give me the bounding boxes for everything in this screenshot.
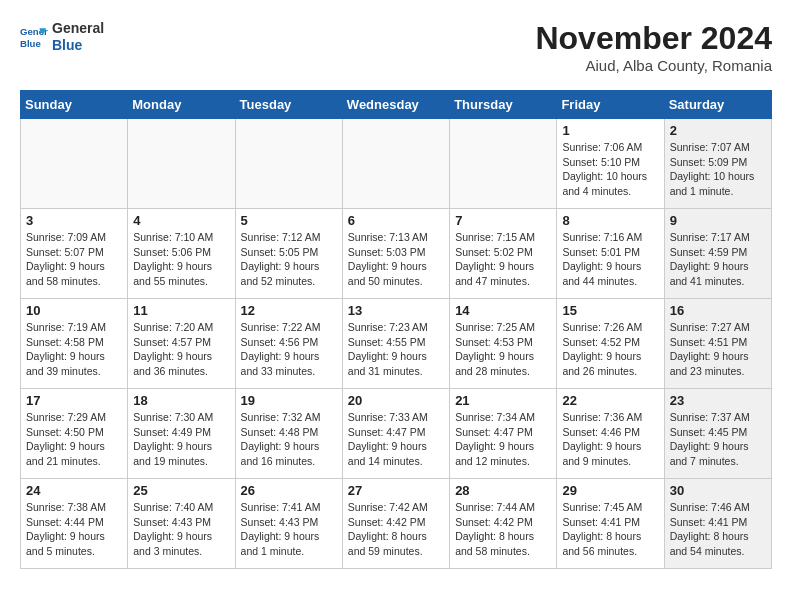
calendar-cell: 12Sunrise: 7:22 AM Sunset: 4:56 PM Dayli…	[235, 299, 342, 389]
calendar-week-row: 3Sunrise: 7:09 AM Sunset: 5:07 PM Daylig…	[21, 209, 772, 299]
cell-info: Sunrise: 7:44 AM Sunset: 4:42 PM Dayligh…	[455, 500, 551, 559]
weekday-header: Monday	[128, 91, 235, 119]
cell-info: Sunrise: 7:40 AM Sunset: 4:43 PM Dayligh…	[133, 500, 229, 559]
day-number: 9	[670, 213, 766, 228]
cell-info: Sunrise: 7:22 AM Sunset: 4:56 PM Dayligh…	[241, 320, 337, 379]
day-number: 25	[133, 483, 229, 498]
day-number: 6	[348, 213, 444, 228]
cell-info: Sunrise: 7:46 AM Sunset: 4:41 PM Dayligh…	[670, 500, 766, 559]
title-block: November 2024 Aiud, Alba County, Romania	[535, 20, 772, 74]
day-number: 7	[455, 213, 551, 228]
day-number: 11	[133, 303, 229, 318]
cell-info: Sunrise: 7:33 AM Sunset: 4:47 PM Dayligh…	[348, 410, 444, 469]
calendar-cell: 30Sunrise: 7:46 AM Sunset: 4:41 PM Dayli…	[664, 479, 771, 569]
calendar-header-row: SundayMondayTuesdayWednesdayThursdayFrid…	[21, 91, 772, 119]
day-number: 27	[348, 483, 444, 498]
day-number: 3	[26, 213, 122, 228]
logo-line1: General	[52, 20, 104, 37]
calendar-cell: 14Sunrise: 7:25 AM Sunset: 4:53 PM Dayli…	[450, 299, 557, 389]
day-number: 4	[133, 213, 229, 228]
day-number: 16	[670, 303, 766, 318]
day-number: 23	[670, 393, 766, 408]
month-title: November 2024	[535, 20, 772, 57]
cell-info: Sunrise: 7:32 AM Sunset: 4:48 PM Dayligh…	[241, 410, 337, 469]
cell-info: Sunrise: 7:06 AM Sunset: 5:10 PM Dayligh…	[562, 140, 658, 199]
day-number: 26	[241, 483, 337, 498]
day-number: 19	[241, 393, 337, 408]
calendar-cell: 25Sunrise: 7:40 AM Sunset: 4:43 PM Dayli…	[128, 479, 235, 569]
day-number: 21	[455, 393, 551, 408]
cell-info: Sunrise: 7:38 AM Sunset: 4:44 PM Dayligh…	[26, 500, 122, 559]
day-number: 24	[26, 483, 122, 498]
day-number: 29	[562, 483, 658, 498]
calendar-cell: 17Sunrise: 7:29 AM Sunset: 4:50 PM Dayli…	[21, 389, 128, 479]
calendar-cell: 19Sunrise: 7:32 AM Sunset: 4:48 PM Dayli…	[235, 389, 342, 479]
cell-info: Sunrise: 7:09 AM Sunset: 5:07 PM Dayligh…	[26, 230, 122, 289]
calendar-cell: 28Sunrise: 7:44 AM Sunset: 4:42 PM Dayli…	[450, 479, 557, 569]
day-number: 15	[562, 303, 658, 318]
calendar-cell: 13Sunrise: 7:23 AM Sunset: 4:55 PM Dayli…	[342, 299, 449, 389]
day-number: 14	[455, 303, 551, 318]
calendar-cell: 10Sunrise: 7:19 AM Sunset: 4:58 PM Dayli…	[21, 299, 128, 389]
calendar-cell: 22Sunrise: 7:36 AM Sunset: 4:46 PM Dayli…	[557, 389, 664, 479]
cell-info: Sunrise: 7:26 AM Sunset: 4:52 PM Dayligh…	[562, 320, 658, 379]
weekday-header: Thursday	[450, 91, 557, 119]
cell-info: Sunrise: 7:13 AM Sunset: 5:03 PM Dayligh…	[348, 230, 444, 289]
calendar-cell	[342, 119, 449, 209]
calendar-cell: 5Sunrise: 7:12 AM Sunset: 5:05 PM Daylig…	[235, 209, 342, 299]
day-number: 30	[670, 483, 766, 498]
calendar-week-row: 10Sunrise: 7:19 AM Sunset: 4:58 PM Dayli…	[21, 299, 772, 389]
calendar-cell: 4Sunrise: 7:10 AM Sunset: 5:06 PM Daylig…	[128, 209, 235, 299]
location-subtitle: Aiud, Alba County, Romania	[535, 57, 772, 74]
cell-info: Sunrise: 7:25 AM Sunset: 4:53 PM Dayligh…	[455, 320, 551, 379]
calendar-cell: 24Sunrise: 7:38 AM Sunset: 4:44 PM Dayli…	[21, 479, 128, 569]
cell-info: Sunrise: 7:16 AM Sunset: 5:01 PM Dayligh…	[562, 230, 658, 289]
calendar-week-row: 17Sunrise: 7:29 AM Sunset: 4:50 PM Dayli…	[21, 389, 772, 479]
day-number: 5	[241, 213, 337, 228]
cell-info: Sunrise: 7:30 AM Sunset: 4:49 PM Dayligh…	[133, 410, 229, 469]
calendar-cell: 11Sunrise: 7:20 AM Sunset: 4:57 PM Dayli…	[128, 299, 235, 389]
calendar-cell	[128, 119, 235, 209]
cell-info: Sunrise: 7:36 AM Sunset: 4:46 PM Dayligh…	[562, 410, 658, 469]
calendar-cell: 7Sunrise: 7:15 AM Sunset: 5:02 PM Daylig…	[450, 209, 557, 299]
cell-info: Sunrise: 7:27 AM Sunset: 4:51 PM Dayligh…	[670, 320, 766, 379]
cell-info: Sunrise: 7:42 AM Sunset: 4:42 PM Dayligh…	[348, 500, 444, 559]
day-number: 8	[562, 213, 658, 228]
calendar-cell: 16Sunrise: 7:27 AM Sunset: 4:51 PM Dayli…	[664, 299, 771, 389]
day-number: 13	[348, 303, 444, 318]
calendar-cell: 27Sunrise: 7:42 AM Sunset: 4:42 PM Dayli…	[342, 479, 449, 569]
cell-info: Sunrise: 7:29 AM Sunset: 4:50 PM Dayligh…	[26, 410, 122, 469]
cell-info: Sunrise: 7:07 AM Sunset: 5:09 PM Dayligh…	[670, 140, 766, 199]
cell-info: Sunrise: 7:23 AM Sunset: 4:55 PM Dayligh…	[348, 320, 444, 379]
calendar-cell: 9Sunrise: 7:17 AM Sunset: 4:59 PM Daylig…	[664, 209, 771, 299]
calendar-week-row: 1Sunrise: 7:06 AM Sunset: 5:10 PM Daylig…	[21, 119, 772, 209]
day-number: 1	[562, 123, 658, 138]
cell-info: Sunrise: 7:34 AM Sunset: 4:47 PM Dayligh…	[455, 410, 551, 469]
weekday-header: Friday	[557, 91, 664, 119]
calendar-cell: 3Sunrise: 7:09 AM Sunset: 5:07 PM Daylig…	[21, 209, 128, 299]
calendar-table: SundayMondayTuesdayWednesdayThursdayFrid…	[20, 90, 772, 569]
logo: General Blue General Blue	[20, 20, 104, 54]
calendar-body: 1Sunrise: 7:06 AM Sunset: 5:10 PM Daylig…	[21, 119, 772, 569]
day-number: 18	[133, 393, 229, 408]
calendar-cell: 2Sunrise: 7:07 AM Sunset: 5:09 PM Daylig…	[664, 119, 771, 209]
calendar-cell: 18Sunrise: 7:30 AM Sunset: 4:49 PM Dayli…	[128, 389, 235, 479]
weekday-header: Tuesday	[235, 91, 342, 119]
logo-line2: Blue	[52, 37, 104, 54]
logo-icon: General Blue	[20, 23, 48, 51]
calendar-cell: 23Sunrise: 7:37 AM Sunset: 4:45 PM Dayli…	[664, 389, 771, 479]
day-number: 22	[562, 393, 658, 408]
calendar-cell: 29Sunrise: 7:45 AM Sunset: 4:41 PM Dayli…	[557, 479, 664, 569]
calendar-cell: 26Sunrise: 7:41 AM Sunset: 4:43 PM Dayli…	[235, 479, 342, 569]
cell-info: Sunrise: 7:37 AM Sunset: 4:45 PM Dayligh…	[670, 410, 766, 469]
cell-info: Sunrise: 7:45 AM Sunset: 4:41 PM Dayligh…	[562, 500, 658, 559]
cell-info: Sunrise: 7:41 AM Sunset: 4:43 PM Dayligh…	[241, 500, 337, 559]
calendar-week-row: 24Sunrise: 7:38 AM Sunset: 4:44 PM Dayli…	[21, 479, 772, 569]
cell-info: Sunrise: 7:19 AM Sunset: 4:58 PM Dayligh…	[26, 320, 122, 379]
cell-info: Sunrise: 7:12 AM Sunset: 5:05 PM Dayligh…	[241, 230, 337, 289]
calendar-cell	[235, 119, 342, 209]
calendar-cell: 15Sunrise: 7:26 AM Sunset: 4:52 PM Dayli…	[557, 299, 664, 389]
svg-text:Blue: Blue	[20, 37, 41, 48]
calendar-cell: 6Sunrise: 7:13 AM Sunset: 5:03 PM Daylig…	[342, 209, 449, 299]
page-header: General Blue General Blue November 2024 …	[20, 20, 772, 74]
